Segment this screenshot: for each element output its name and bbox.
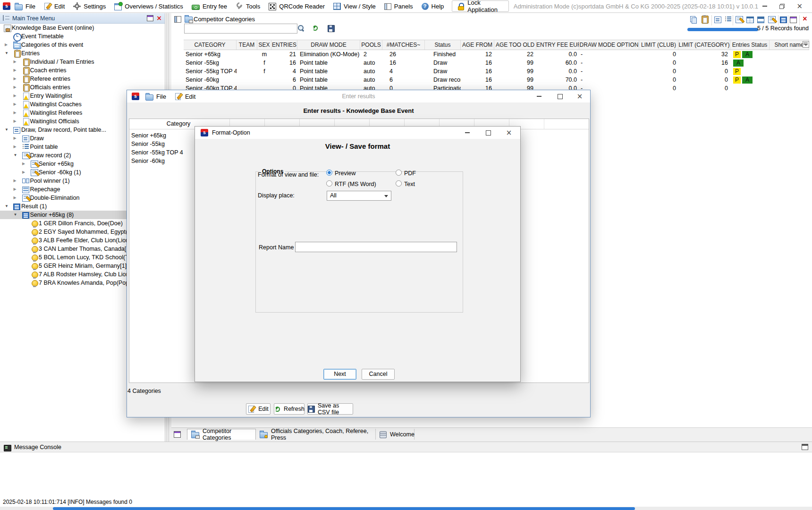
expand-arrow-icon[interactable]: ▶ <box>14 60 17 64</box>
collapse-arrow-icon[interactable]: ▼ <box>5 128 8 132</box>
save-as-csv-file-button[interactable]: Save as CSV file <box>307 403 353 415</box>
table-cell[interactable]: - <box>579 76 639 84</box>
column-header-age-from[interactable]: AGE FROM <box>461 40 494 50</box>
table-cell[interactable]: 2 <box>360 50 382 59</box>
entries-status-cell[interactable]: PA <box>733 50 772 59</box>
table-cell[interactable]: 0.0 <box>536 50 579 59</box>
column-header-pools[interactable]: POOLS <box>360 40 382 50</box>
table-cell[interactable]: 32 <box>678 50 730 59</box>
table-cell[interactable]: Senior +65kg <box>184 50 237 59</box>
tree-item-referee-entries[interactable]: ▶Referee entries <box>0 75 165 83</box>
expand-arrow-icon[interactable]: ▶ <box>14 68 17 72</box>
table-cell[interactable]: Senior -55kg <box>184 59 237 67</box>
menu-file[interactable]: File <box>10 0 40 13</box>
edit-button[interactable]: Edit <box>246 403 271 415</box>
column-header-entries[interactable]: ENTRIES <box>271 40 297 50</box>
table-cell[interactable]: 12 <box>461 50 494 59</box>
table-cell[interactable]: 16 <box>461 67 494 76</box>
menu-qrcode-reader[interactable]: QRCode Reader <box>264 0 329 13</box>
column-header-category[interactable]: CATEGORY <box>184 40 237 50</box>
expand-arrow-icon[interactable]: ▶ <box>14 144 17 149</box>
table-cell[interactable]: 0 <box>678 84 730 93</box>
column-header-team[interactable]: TEAM <box>237 40 257 50</box>
menu-view-style[interactable]: View / Style <box>329 0 380 13</box>
expand-arrow-icon[interactable]: ▶ <box>5 42 8 47</box>
table-cell[interactable]: 16 <box>678 59 730 67</box>
tab-officials-categories-coach-referee-press[interactable]: Officials Categories, Coach, Referee, Pr… <box>256 429 376 440</box>
tab-welcome[interactable]: Welcome <box>376 429 414 440</box>
table-cell[interactable]: 99 <box>494 59 536 67</box>
next-button[interactable]: Next <box>323 369 356 380</box>
column-header-status[interactable]: Status <box>425 40 461 50</box>
table-cell[interactable]: Draw <box>425 59 461 67</box>
list-view-icon[interactable] <box>780 17 787 23</box>
column-header-matches[interactable]: #MATCHES~ <box>382 40 425 50</box>
collapse-arrow-icon[interactable]: ▼ <box>14 153 17 157</box>
expand-arrow-icon[interactable]: ▶ <box>14 102 17 106</box>
edit-record-icon[interactable] <box>736 16 743 23</box>
form-icon[interactable] <box>714 17 721 23</box>
table-cell[interactable]: 26 <box>382 50 425 59</box>
column-header-limit-category[interactable]: LIMIT (CATEGORY) <box>678 40 730 50</box>
table-cell[interactable]: Point table <box>297 76 360 84</box>
table-cell[interactable]: Point table <box>297 59 360 67</box>
split-view-icon[interactable] <box>757 17 764 23</box>
tree-item-individual-team-entries[interactable]: ▶Individual / Team Entries <box>0 58 165 66</box>
console-expand-icon[interactable] <box>802 444 808 450</box>
radio-text[interactable] <box>396 180 402 187</box>
table-cell[interactable]: f <box>257 67 271 76</box>
save-icon[interactable] <box>328 25 335 32</box>
table-cell[interactable]: - <box>579 59 639 67</box>
dock-icon[interactable] <box>174 16 181 23</box>
table-icon[interactable] <box>746 17 754 23</box>
column-header-sex[interactable]: SEX <box>257 40 271 50</box>
dialog-close-icon[interactable]: × <box>501 127 517 139</box>
radio-preview[interactable] <box>326 170 332 176</box>
column-header-entries-status[interactable]: Entries Status <box>730 40 770 50</box>
copy-icon[interactable] <box>690 16 697 23</box>
table-cell[interactable]: 16 <box>382 59 425 67</box>
table-cell[interactable]: 99 <box>494 76 536 84</box>
search-icon[interactable] <box>297 25 304 32</box>
table-cell[interactable]: 22 <box>494 50 536 59</box>
scrollbar-thumb[interactable] <box>53 507 635 510</box>
menu-entry-fee[interactable]: Entry fee <box>187 0 231 13</box>
dialog-maximize-icon[interactable] <box>552 90 568 102</box>
panel-maximize-icon[interactable] <box>147 15 153 21</box>
table-cell[interactable]: auto <box>360 59 382 67</box>
table-cell[interactable]: 0 <box>678 76 730 84</box>
expand-arrow-icon[interactable]: ▶ <box>22 162 25 166</box>
tree-item-coach-entries[interactable]: ▶Coach entries <box>0 66 165 75</box>
table-cell[interactable]: Draw record <box>425 76 461 84</box>
table-cell[interactable]: Finished <box>425 50 461 59</box>
table-cell[interactable]: 0.0 <box>536 67 579 76</box>
table-cell[interactable]: Draw <box>425 67 461 76</box>
edit-form-icon[interactable] <box>768 16 776 23</box>
expand-arrow-icon[interactable]: ▶ <box>14 110 17 115</box>
column-options-icon[interactable] <box>803 41 809 48</box>
dialog-menu-file[interactable]: File <box>141 90 170 102</box>
table-cell[interactable]: 16 <box>461 76 494 84</box>
paste-icon[interactable] <box>702 16 709 24</box>
lock-application-button[interactable]: Lock Application <box>452 0 509 12</box>
table-cell[interactable]: 99 <box>494 67 536 76</box>
dialog-minimize-icon[interactable] <box>459 127 475 139</box>
table-cell[interactable]: f <box>257 59 271 67</box>
entries-status-cell[interactable]: P <box>733 67 772 76</box>
table-cell[interactable]: - <box>579 67 639 76</box>
table-cell[interactable]: 0 <box>678 67 730 76</box>
table-cell[interactable]: m <box>257 50 271 59</box>
menu-tools[interactable]: Tools <box>231 0 264 13</box>
display-place-select[interactable]: All <box>327 191 391 201</box>
expand-arrow-icon[interactable]: ▶ <box>14 196 17 200</box>
window-icon[interactable] <box>174 431 181 438</box>
table-cell[interactable]: Senior -60kg <box>184 76 237 84</box>
table-cell[interactable]: - <box>579 50 639 59</box>
table-cell[interactable]: 6 <box>271 76 297 84</box>
tree-item-entries[interactable]: ▼Entries <box>0 49 165 58</box>
menu-edit[interactable]: Edit <box>40 0 69 13</box>
collapse-arrow-icon[interactable]: ▼ <box>5 204 8 208</box>
column-header-limit-club[interactable]: LIMIT (CLUB) <box>639 40 678 50</box>
expand-arrow-icon[interactable]: ▶ <box>14 76 17 81</box>
table-cell[interactable]: Senior -55kg TOP 4 <box>184 67 237 76</box>
